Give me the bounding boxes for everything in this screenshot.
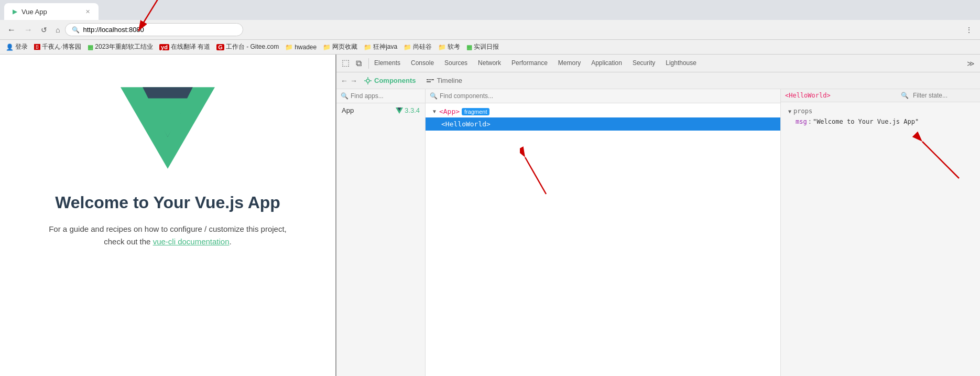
app-name: App: [342, 106, 354, 114]
reload-button[interactable]: ↺: [38, 25, 50, 35]
app-component-tag: <App>: [439, 108, 460, 115]
bookmark-blog-icon: 🅱: [34, 44, 40, 51]
vue-cli-link[interactable]: vue-cli documentation: [153, 237, 230, 246]
tab-elements[interactable]: Elements: [369, 56, 406, 71]
apps-search-input[interactable]: [351, 92, 408, 100]
browser-tab[interactable]: ▶ Vue App ✕: [4, 3, 99, 20]
back-button[interactable]: ←: [4, 24, 19, 36]
devtools-pointer-btn[interactable]: ⬚: [339, 57, 353, 70]
address-bar[interactable]: 🔍: [65, 23, 243, 36]
app-component-item[interactable]: ▼ <App> fragment: [426, 105, 780, 117]
bookmark-daily[interactable]: ▦ 实训日报: [465, 42, 500, 52]
bookmark-hwadee-icon: 📁: [285, 44, 293, 51]
fragment-badge: fragment: [462, 108, 489, 115]
bookmark-blog[interactable]: 🅱 千夜ん·博客园: [32, 42, 83, 52]
tab-network[interactable]: Network: [473, 56, 506, 71]
props-triangle-icon: ▼: [788, 109, 791, 114]
bookmark-mail[interactable]: ▦ 2023年重邮软工结业: [86, 42, 155, 52]
props-content: msg : "Welcome to Your Vue.js App": [788, 118, 973, 125]
components-panel: 🔍 ▼ <App> fragment: [426, 89, 781, 376]
vue-back-button[interactable]: ←: [341, 77, 348, 85]
tab-close-icon[interactable]: ✕: [85, 8, 90, 15]
bookmark-gitee[interactable]: G 工作台 - Gitee.com: [215, 42, 280, 52]
bookmark-soft[interactable]: 📁 软考: [437, 42, 462, 52]
extensions-button[interactable]: ⋮: [962, 25, 976, 35]
vue-app-subtext: For a guide and recipes on how to config…: [49, 223, 287, 248]
components-search-input[interactable]: [440, 92, 518, 100]
bookmark-hwadee[interactable]: 📁 hwadee: [284, 43, 318, 51]
state-filter-input[interactable]: [913, 92, 976, 99]
timeline-label: Timeline: [437, 77, 462, 84]
tab-favicon: ▶: [13, 8, 17, 15]
svg-rect-11: [427, 81, 431, 82]
vue-devtools-bar: ← → Components: [336, 72, 980, 89]
bookmark-soft-icon: 📁: [438, 44, 446, 51]
app-component-arrow: ▼: [432, 109, 437, 114]
apps-search-icon: 🔍: [341, 92, 349, 100]
bookmark-mail-icon: ▦: [88, 44, 93, 51]
home-button[interactable]: ⌂: [52, 25, 63, 35]
prop-key-msg: msg: [796, 118, 807, 125]
tab-memory[interactable]: Memory: [553, 56, 586, 71]
svg-point-5: [366, 79, 369, 82]
tab-console[interactable]: Console: [406, 56, 439, 71]
tab-components[interactable]: Components: [360, 75, 420, 87]
subtext-line2: check out the: [104, 237, 150, 246]
state-content: ▼ props msg : "Welcome to Your Vue.js Ap…: [781, 102, 980, 131]
app-item[interactable]: App 3.3.4: [336, 103, 425, 117]
component-tree: ▼ <App> fragment <HelloWorld>: [426, 103, 780, 133]
subtext-line1: For a guide and recipes on how to config…: [49, 224, 287, 233]
vue-forward-button[interactable]: →: [350, 77, 357, 85]
helloworld-arrow-annotation: [520, 131, 572, 199]
search-icon: 🔍: [72, 26, 80, 34]
bookmark-login-icon: 👤: [6, 44, 14, 51]
tab-performance[interactable]: Performance: [506, 56, 553, 71]
url-input[interactable]: [83, 26, 230, 34]
state-panel: <HelloWorld> 🔍 ▼ props: [781, 89, 980, 376]
tab-application[interactable]: Application: [586, 56, 627, 71]
components-label: Components: [374, 77, 416, 84]
more-tabs-icon[interactable]: ≫: [964, 58, 978, 69]
bookmark-translate-icon: yd: [159, 44, 169, 50]
state-component-name: <HelloWorld>: [785, 92, 831, 99]
helloworld-component-item[interactable]: <HelloWorld>: [426, 117, 780, 131]
tab-security[interactable]: Security: [627, 56, 660, 71]
bookmark-login[interactable]: 👤 登录: [4, 42, 29, 52]
vue-logo-svg: [121, 76, 215, 180]
bookmark-webcollect[interactable]: 📁 网页收藏: [321, 42, 359, 52]
props-section-title[interactable]: ▼ props: [788, 108, 973, 115]
tab-sources[interactable]: Sources: [439, 56, 473, 71]
msg-prop: msg : "Welcome to Your Vue.js App": [796, 118, 973, 125]
bookmark-translate[interactable]: yd 在线翻译 有道: [158, 42, 212, 52]
forward-button[interactable]: →: [21, 24, 36, 36]
svg-line-17: [525, 157, 546, 194]
helloworld-component-tag: <HelloWorld>: [441, 120, 491, 128]
devtools-inspect-btn[interactable]: ⧉: [353, 58, 365, 69]
subtext-period: .: [230, 237, 232, 246]
components-search-bar: 🔍: [426, 89, 780, 103]
tab-lighthouse[interactable]: Lighthouse: [660, 56, 702, 71]
tab-timeline[interactable]: Timeline: [422, 75, 466, 87]
state-filter-icon: 🔍: [901, 92, 909, 99]
timeline-icon: [426, 77, 434, 85]
vue-logo: [121, 76, 215, 182]
bookmark-gitee-icon: G: [216, 44, 224, 50]
bookmark-java[interactable]: 📁 狂神java: [362, 42, 399, 52]
bookmark-shangu[interactable]: 📁 尚硅谷: [402, 42, 433, 52]
bookmark-shangu-icon: 📁: [404, 44, 411, 51]
props-label: props: [793, 108, 812, 115]
components-icon: [364, 77, 372, 85]
devtools-panel: ⬚ ⧉ Elements Console Sources Network Per…: [335, 55, 980, 376]
devtools-tabs-bar: ⬚ ⧉ Elements Console Sources Network Per…: [336, 55, 980, 72]
tab-title: Vue App: [21, 8, 47, 16]
vue-mini-icon: [396, 108, 403, 114]
bookmark-java-icon: 📁: [364, 44, 372, 51]
prop-value-msg: "Welcome to Your Vue.js App": [813, 118, 919, 125]
vue-app-page: Welcome to Your Vue.js App For a guide a…: [0, 55, 335, 376]
app-version: 3.3.4: [396, 106, 420, 114]
components-search-icon: 🔍: [430, 92, 438, 100]
prop-colon: :: [808, 118, 812, 125]
vue-app-heading: Welcome to Your Vue.js App: [55, 193, 280, 212]
svg-rect-12: [429, 79, 431, 80]
bookmark-daily-icon: ▦: [466, 44, 472, 51]
